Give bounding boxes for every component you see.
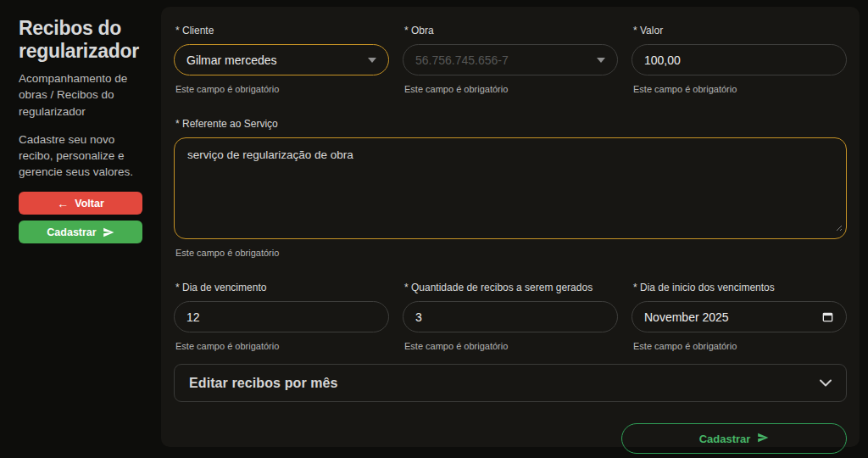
field-quantidade: * Quantidade de recibos a serem gerados … bbox=[403, 280, 618, 351]
obra-helper: Este campo é obrigatório bbox=[403, 75, 618, 94]
quantidade-input[interactable] bbox=[403, 301, 618, 332]
submit-row: Cadastrar bbox=[174, 423, 847, 454]
field-dia-vencimento: * Dia de vencimento Este campo é obrigat… bbox=[174, 280, 389, 351]
dia-inicio-value: November 2025 bbox=[644, 310, 729, 324]
sidebar: Recibos do regularizador Acompanhamento … bbox=[0, 0, 161, 458]
dia-vencimento-helper: Este campo é obrigatório bbox=[174, 332, 389, 351]
cliente-label: * Cliente bbox=[174, 23, 389, 44]
form-row-1: * Cliente Gilmar mercedes Este campo é o… bbox=[174, 23, 847, 94]
field-dia-inicio: * Dia de inicio dos vencimentos November… bbox=[632, 280, 847, 351]
resize-grip-icon[interactable] bbox=[836, 220, 843, 235]
cliente-helper: Este campo é obrigatório bbox=[174, 75, 389, 94]
breadcrumb: Acompanhamento de obras / Recibos do reg… bbox=[19, 70, 142, 119]
field-obra: * Obra 56.756.745.656-7 Este campo é obr… bbox=[403, 23, 618, 94]
form-submit-button[interactable]: Cadastrar bbox=[621, 423, 847, 454]
send-plane-icon bbox=[103, 226, 114, 238]
obra-value: 56.756.745.656-7 bbox=[415, 53, 509, 67]
dia-inicio-helper: Este campo é obrigatório bbox=[632, 332, 847, 351]
form-panel: * Cliente Gilmar mercedes Este campo é o… bbox=[161, 7, 860, 447]
arrow-left-icon: ← bbox=[57, 198, 69, 209]
valor-label: * Valor bbox=[632, 23, 847, 44]
referente-helper: Este campo é obrigatório bbox=[174, 239, 847, 258]
accordion-label: Editar recibos por mês bbox=[189, 376, 338, 391]
field-referente: * Referente ao Serviço serviço de regula… bbox=[174, 116, 847, 258]
quantidade-helper: Este campo é obrigatório bbox=[403, 332, 618, 351]
sidebar-submit-button[interactable]: Cadastrar bbox=[19, 221, 142, 243]
quantidade-label: * Quantidade de recibos a serem gerados bbox=[403, 280, 618, 301]
chevron-down-icon bbox=[820, 377, 832, 389]
referente-textarea[interactable]: serviço de regularização de obra bbox=[174, 137, 847, 239]
dia-vencimento-label: * Dia de vencimento bbox=[174, 280, 389, 301]
send-plane-icon bbox=[757, 432, 769, 446]
back-button-label: Voltar bbox=[75, 198, 104, 209]
chevron-down-icon bbox=[597, 58, 605, 63]
cliente-select[interactable]: Gilmar mercedes bbox=[174, 44, 389, 75]
obra-label: * Obra bbox=[403, 23, 618, 44]
form-submit-label: Cadastrar bbox=[699, 433, 751, 445]
page-description: Cadastre seu novo recibo, personalize e … bbox=[19, 131, 142, 180]
chevron-down-icon bbox=[368, 58, 376, 63]
field-cliente: * Cliente Gilmar mercedes Este campo é o… bbox=[174, 23, 389, 94]
valor-helper: Este campo é obrigatório bbox=[632, 75, 847, 94]
field-valor: * Valor Este campo é obrigatório bbox=[632, 23, 847, 94]
dia-inicio-date-input[interactable]: November 2025 bbox=[632, 301, 847, 332]
obra-select[interactable]: 56.756.745.656-7 bbox=[403, 44, 618, 75]
accordion-editar-recibos[interactable]: Editar recibos por mês bbox=[174, 364, 847, 402]
back-button[interactable]: ← Voltar bbox=[19, 192, 142, 215]
dia-inicio-label: * Dia de inicio dos vencimentos bbox=[632, 280, 847, 301]
form-row-3: * Dia de vencimento Este campo é obrigat… bbox=[174, 280, 847, 351]
dia-vencimento-input[interactable] bbox=[174, 301, 389, 332]
sidebar-submit-label: Cadastrar bbox=[47, 226, 96, 238]
cliente-value: Gilmar mercedes bbox=[186, 53, 277, 67]
valor-input[interactable] bbox=[632, 44, 847, 75]
calendar-icon[interactable] bbox=[821, 310, 834, 323]
page-title: Recibos do regularizador bbox=[19, 17, 142, 63]
referente-label: * Referente ao Serviço bbox=[174, 116, 847, 137]
